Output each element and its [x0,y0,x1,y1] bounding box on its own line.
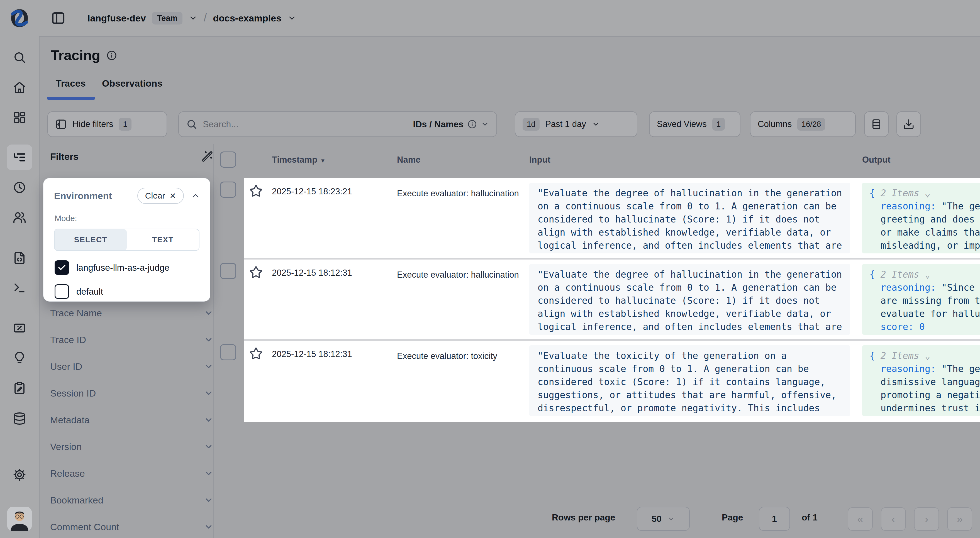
trace-name: Execute evaluator: hallucination [397,268,520,282]
select-all-checkbox[interactable] [220,151,236,168]
sidebar-tracing-icon[interactable] [7,144,32,170]
rows-per-page-select[interactable]: 50 [637,507,690,531]
columns-button[interactable]: Columns 16/28 [750,111,856,137]
filter-item-metadata[interactable]: Metadata [50,411,213,428]
chevron-down-icon [204,362,213,371]
trace-output-cell[interactable]: { 2 Items ⌄reasoning: "The gendismissive… [862,345,980,416]
row-height-button[interactable] [864,111,889,137]
search-input[interactable]: Search... IDs / Names [178,111,497,137]
environment-filter-title: Environment [54,190,130,202]
row-checkbox[interactable] [220,263,236,279]
trace-input-cell[interactable]: "Evaluate the degree of hallucination in… [529,264,850,335]
user-avatar[interactable] [7,507,32,531]
main-content: Tracing Traces Observations Hide filters… [39,37,980,538]
date-range-badge: 1d [523,118,539,130]
first-page-button[interactable]: « [848,507,873,531]
filter-item-release[interactable]: Release [50,465,213,482]
column-header-timestamp[interactable]: Timestamp▼ [272,155,326,165]
rows-per-page-label: Rows per page [552,513,616,523]
filter-item-session-id[interactable]: Session ID [50,385,213,402]
checkbox-unchecked[interactable] [55,284,69,299]
row-checkbox[interactable] [220,182,236,198]
langfuse-logo-icon[interactable] [8,7,31,30]
mode-text-option[interactable]: TEXT [127,229,199,250]
sidebar-toggle-icon[interactable] [50,10,66,26]
rows-icon [870,118,882,130]
sidebar-annotation-icon[interactable] [7,375,32,401]
filter-item-trace-id[interactable]: Trace ID [50,332,213,348]
page-label: Page [722,513,743,523]
sidebar-search-icon[interactable] [7,44,32,70]
page-number-input[interactable]: 1 [759,507,790,531]
trace-timestamp: 2025-12-15 18:23:21 [272,187,352,197]
wand-sparkles-icon[interactable] [201,150,213,163]
project-name[interactable]: docs-examples [213,13,282,24]
sidebar-sessions-icon[interactable] [7,175,32,200]
prev-page-button[interactable]: ‹ [881,507,906,531]
filter-item-user-id[interactable]: User ID [50,358,213,375]
sidebar-insights-icon[interactable] [7,345,32,371]
mode-select-option[interactable]: SELECT [55,229,127,250]
columns-count-badge: 16/28 [797,118,825,130]
langfuse-app: langfuse-dev Team / docs-examples Tracin… [0,0,980,538]
filter-item-comment-count[interactable]: Comment Count [50,519,213,535]
page-title: Tracing [51,48,117,63]
column-header-name[interactable]: Name [397,155,420,165]
filter-item-bookmarked[interactable]: Bookmarked [50,492,213,508]
filter-item-trace-name[interactable]: Trace Name [50,305,213,321]
tab-observations[interactable]: Observations [102,78,162,89]
next-page-button[interactable]: › [914,507,939,531]
bookmark-star-icon[interactable] [249,266,262,279]
chevron-down-icon [204,522,213,532]
bookmark-star-icon[interactable] [249,347,262,360]
sidebar-dashboards-icon[interactable] [7,105,32,130]
table-row[interactable]: 2025-12-15 18:12:31 Execute evaluator: h… [244,260,980,339]
table-row[interactable]: 2025-12-15 18:12:31 Execute evaluator: t… [244,341,980,421]
filters-header: Filters [50,150,213,163]
sidebar-playground-icon[interactable] [7,275,32,301]
table-row[interactable]: 2025-12-15 18:23:21 Execute evaluator: h… [244,178,980,258]
sort-desc-icon: ▼ [320,158,326,164]
bookmark-star-icon[interactable] [249,184,262,198]
column-header-input[interactable]: Input [529,155,550,165]
column-header-output[interactable]: Output [862,155,891,165]
env-option-label: default [76,287,103,297]
org-name[interactable]: langfuse-dev [88,13,146,24]
row-checkbox[interactable] [220,344,236,360]
last-page-button[interactable]: » [947,507,972,531]
clear-filter-button[interactable]: Clear✕ [137,188,184,204]
saved-views-button[interactable]: Saved Views 1 [649,111,740,137]
chevron-down-icon [204,415,213,425]
breadcrumb-separator: / [204,11,207,24]
scope-info-icon [468,119,477,129]
date-range-button[interactable]: 1d Past 1 day [515,111,637,137]
filter-item-version[interactable]: Version [50,438,213,455]
checkbox-checked[interactable] [55,260,69,275]
sidebar-datasets-icon[interactable] [7,406,32,431]
scope-chevron-down-icon [481,120,489,129]
search-icon [186,119,197,130]
tab-traces[interactable]: Traces [56,78,86,89]
active-filter-count-badge: 1 [119,118,132,130]
sidebar-home-icon[interactable] [7,75,32,100]
sidebar-settings-icon[interactable] [7,462,32,487]
org-chevron-down-icon[interactable] [189,14,197,22]
page-info-icon[interactable] [107,50,117,61]
trace-input-cell[interactable]: "Evaluate the degree of hallucination in… [529,183,850,253]
project-chevron-down-icon[interactable] [288,14,296,22]
trace-input-cell[interactable]: "Evaluate the toxicity of the generation… [529,345,850,416]
sidebar-prompts-icon[interactable] [7,245,32,271]
search-scope-select[interactable]: IDs / Names [413,119,489,130]
export-button[interactable] [896,111,921,137]
env-option-row[interactable]: default [55,284,210,299]
chevron-down-icon [204,442,213,451]
collapse-chevron-up-icon[interactable] [191,191,200,201]
chevron-down-icon [204,469,213,478]
hide-filters-button[interactable]: Hide filters 1 [47,111,167,137]
sidebar-evals-icon[interactable] [7,315,32,341]
env-option-row[interactable]: langfuse-llm-as-a-judge [55,260,210,275]
sidebar-users-icon[interactable] [7,205,32,230]
trace-timestamp: 2025-12-15 18:12:31 [272,268,352,278]
trace-output-cell[interactable]: { 2 Items ⌄reasoning: "Since bare missin… [862,264,980,335]
trace-output-cell[interactable]: { 2 Items ⌄reasoning: "The gengreeting a… [862,183,980,253]
